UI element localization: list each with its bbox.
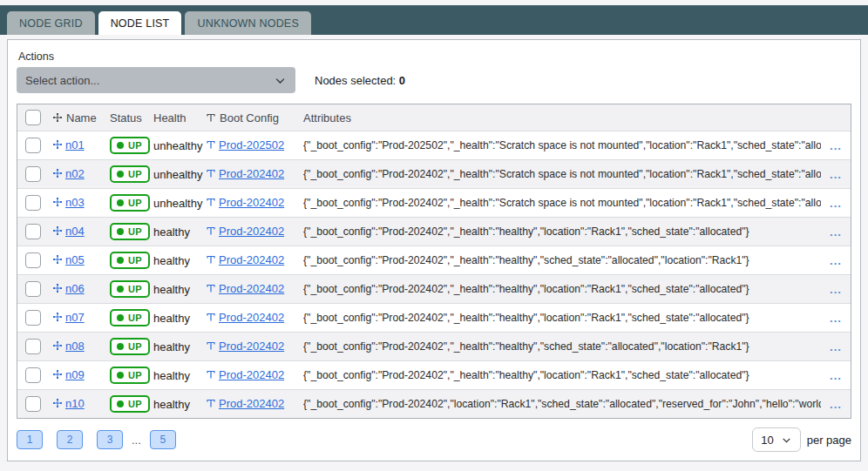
tab-node-grid[interactable]: NODE GRID [7,11,95,35]
row-menu-ellipsis[interactable]: ... [821,398,851,411]
node-list-panel: Actions Select action... Nodes selected:… [7,39,861,461]
boot-config-link[interactable]: Prod-202502 [206,138,284,151]
boot-config-link[interactable]: Prod-202402 [206,311,284,324]
name-cell: n09 [52,368,110,383]
row-checkbox-cell [17,339,52,354]
row-checkbox[interactable] [25,252,41,268]
action-select[interactable]: Select action... [17,67,295,93]
row-checkbox[interactable] [25,310,41,326]
row-checkbox[interactable] [25,339,41,354]
node-name-link[interactable]: n10 [52,397,85,410]
row-menu-ellipsis[interactable]: ... [821,369,851,382]
boot-config-label: Prod-202402 [219,311,284,324]
boot-config-icon [206,283,216,293]
boot-config-link[interactable]: Prod-202402 [206,397,284,410]
node-icon [52,197,63,207]
row-menu-ellipsis[interactable]: ... [821,197,851,210]
node-name-link[interactable]: n02 [52,167,85,180]
table-row: n02 UP unhealthy Prod-202402 {"_boot_con… [17,159,851,188]
node-name-label: n09 [65,368,85,381]
boot-config-link[interactable]: Prod-202402 [206,167,284,180]
column-header-health[interactable]: Health [153,111,206,124]
boot-config-cell: Prod-202402 [206,311,303,326]
row-checkbox[interactable] [25,224,41,239]
boot-config-label: Prod-202402 [219,282,284,295]
column-header-name[interactable]: Name [52,111,110,124]
node-name-link[interactable]: n07 [52,311,85,324]
boot-config-link[interactable]: Prod-202402 [206,196,284,209]
page-button-last[interactable]: 5 [150,430,176,449]
page-button[interactable]: 1 [17,430,43,449]
status-label: UP [128,198,142,208]
row-checkbox[interactable] [25,281,41,297]
boot-config-cell: Prod-202402 [206,225,303,239]
boot-config-label: Prod-202402 [219,368,284,381]
column-header-status[interactable]: Status [110,111,153,124]
attributes-value: {"_boot_config":"Prod-202402","_health":… [303,340,821,353]
actions-row: Select action... Nodes selected: 0 [17,67,851,93]
node-name-link[interactable]: n06 [52,282,85,295]
boot-config-label: Prod-202402 [219,253,284,266]
column-header-name-label: Name [66,111,97,124]
node-name-link[interactable]: n08 [52,340,85,353]
row-checkbox[interactable] [25,138,41,153]
boot-config-link[interactable]: Prod-202402 [206,368,284,381]
status-badge: UP [110,252,150,269]
row-checkbox[interactable] [25,396,41,412]
boot-config-label: Prod-202502 [219,138,284,151]
status-cell: UP [110,367,153,384]
boot-config-link[interactable]: Prod-202402 [206,253,284,266]
status-badge: UP [110,223,150,240]
row-menu-ellipsis[interactable]: ... [821,312,851,325]
page-button[interactable]: 2 [57,430,83,449]
row-menu-ellipsis[interactable]: ... [821,254,851,267]
boot-config-link[interactable]: Prod-202402 [206,340,284,353]
status-cell: UP [110,194,153,212]
status-badge: UP [110,137,150,154]
node-icon [52,112,63,123]
status-dot-icon [117,372,124,379]
node-name-link[interactable]: n01 [52,138,85,151]
node-name-link[interactable]: n05 [52,253,85,266]
column-header-attributes[interactable]: Attributes [303,111,821,124]
boot-config-label: Prod-202402 [219,196,284,209]
tab-unknown-nodes[interactable]: UNKNOWN NODES [185,11,311,35]
boot-config-icon [206,139,216,150]
row-menu-ellipsis[interactable]: ... [821,283,851,296]
nodes-selected-label: Nodes selected: [315,74,396,87]
select-all-checkbox[interactable] [25,110,41,125]
row-checkbox-cell [17,166,52,182]
table-row: n04 UP healthy Prod-202402 {"_boot_confi… [17,217,851,246]
row-menu-ellipsis[interactable]: ... [821,168,851,181]
attributes-value: {"_boot_config":"Prod-202402","_health":… [303,369,821,381]
node-name-link[interactable]: n03 [52,196,85,209]
boot-config-cell: Prod-202402 [206,253,303,268]
page-button[interactable]: 3 [97,430,123,449]
row-checkbox[interactable] [25,367,41,383]
status-dot-icon [117,171,124,178]
tab-node-list[interactable]: NODE LIST [98,11,182,35]
row-menu-ellipsis[interactable]: ... [821,225,851,239]
node-name-link[interactable]: n04 [52,225,85,238]
row-menu-ellipsis[interactable]: ... [821,139,851,152]
status-label: UP [128,341,142,352]
boot-config-icon [206,254,216,265]
row-menu-ellipsis[interactable]: ... [821,340,851,353]
status-cell: UP [110,223,153,240]
status-dot-icon [117,400,124,407]
boot-config-link[interactable]: Prod-202402 [206,225,284,238]
column-header-boot-config[interactable]: Boot Config [206,111,303,124]
page-button-group: 123 [17,430,123,449]
row-checkbox[interactable] [25,195,41,211]
per-page-select[interactable]: 10 [752,427,800,452]
status-badge: UP [110,338,150,355]
boot-config-cell: Prod-202402 [206,282,303,297]
boot-config-link[interactable]: Prod-202402 [206,282,284,295]
node-icon [52,312,63,322]
row-checkbox-cell [17,138,52,153]
boot-config-cell: Prod-202402 [206,167,303,182]
health-value: healthy [153,283,206,296]
row-checkbox[interactable] [25,166,41,182]
node-name-link[interactable]: n09 [52,368,85,381]
health-value: healthy [153,369,206,382]
